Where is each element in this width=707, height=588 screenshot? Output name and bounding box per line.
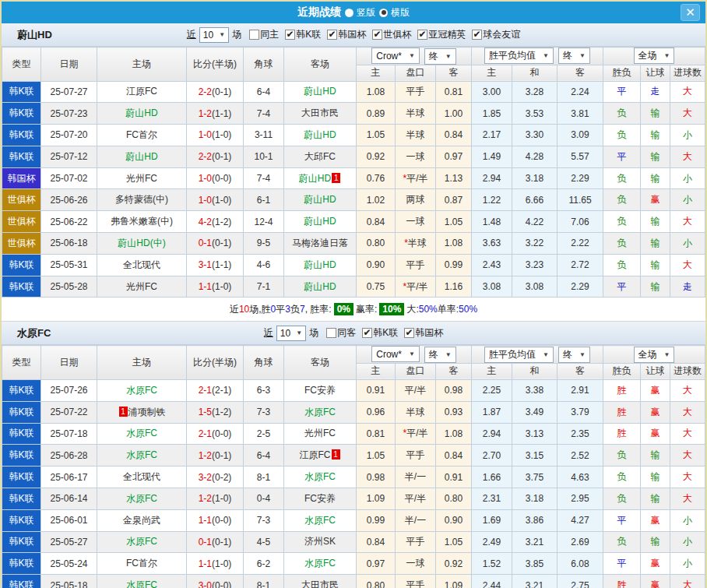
scope-select[interactable]: 全场▼ xyxy=(634,347,675,363)
date-cell: 25-06-28 xyxy=(41,445,97,467)
avg-time-select[interactable]: 终▼ xyxy=(558,48,590,64)
team-label: 水原FC xyxy=(126,536,157,547)
result-cell: 平 xyxy=(603,146,641,167)
odds-time-select[interactable]: 终▼ xyxy=(424,48,456,65)
odds-company-select[interactable]: Crow*▼ xyxy=(371,48,420,64)
avg-home-cell: 1.49 xyxy=(472,146,512,167)
handicap-result-cell: 输 xyxy=(641,125,670,146)
recent-link[interactable]: 近 xyxy=(187,28,196,41)
away-team-cell: 水原FC xyxy=(284,467,357,488)
goals-result-cell: 大 xyxy=(670,81,705,103)
dialog-title: 近期战绩 xyxy=(297,5,341,19)
avg-type-select[interactable]: 胜平负均值▼ xyxy=(484,347,554,363)
dropdown-label: 胜平负均值 xyxy=(489,348,536,361)
filter-checkbox[interactable] xyxy=(249,30,259,40)
filter-bar: 近10▼场同主✔韩K联✔韩国杯✔世俱杯✔亚冠精英✔球会友谊 xyxy=(187,27,520,43)
goals-result-cell: 大 xyxy=(670,211,705,233)
filter-checkbox[interactable]: ✔ xyxy=(327,30,337,40)
avg-type-select[interactable]: 胜平负均值▼ xyxy=(484,48,554,64)
avg-home-cell: 1.69 xyxy=(472,509,512,531)
ulsan-results-table: 类型日期主场比分(半场)角球客场Crow*▼终▼胜平负均值▼终▼全场▼主盘口客主… xyxy=(2,47,705,298)
rank-badge: 1 xyxy=(332,173,340,183)
filter-checkbox[interactable]: ✔ xyxy=(404,328,414,338)
team-label: 水原FC xyxy=(126,449,157,460)
avg-away-cell: 4.63 xyxy=(558,467,603,488)
away-odds-cell: 0.93 xyxy=(436,401,472,423)
fulltime-score: 1-2 xyxy=(199,108,212,119)
corners-cell: 4-6 xyxy=(244,254,284,276)
filter-checkbox[interactable]: ✔ xyxy=(285,30,295,40)
halftime-score: (1-2) xyxy=(212,217,231,227)
column-subheader: 主 xyxy=(357,363,396,379)
match-count-select[interactable]: 10▼ xyxy=(276,326,306,341)
home-odds-cell: 0.76 xyxy=(357,167,396,189)
match-count-select[interactable]: 10▼ xyxy=(199,27,229,43)
team-label: 水原FC xyxy=(304,515,336,526)
layout-option-horizontal[interactable]: 横版 xyxy=(379,6,410,19)
home-odds-cell: 0.96 xyxy=(357,401,396,423)
score-cell: 1-0(0-0) xyxy=(187,167,244,189)
section-suwon: 水原FC 近10▼场同客✔韩K联✔韩国杯 类型日期主场比分(半场)角球客场Cro… xyxy=(2,322,705,588)
handicap-result-cell: 赢 xyxy=(641,553,670,575)
score-cell: 1-5(1-2) xyxy=(187,401,244,423)
home-team-cell: FC首尔 xyxy=(97,125,187,146)
handicap-cell: 平/半 xyxy=(396,488,436,509)
halftime-score: (0-1) xyxy=(212,86,231,97)
handicap-cell: *半球 xyxy=(396,233,436,255)
handicap-result-cell: 输 xyxy=(641,167,670,189)
score-cell: 1-1(0-0) xyxy=(187,509,244,531)
filter-checkbox[interactable]: ✔ xyxy=(472,30,482,40)
score-cell: 2-2(0-1) xyxy=(187,146,244,167)
halftime-score: (0-1) xyxy=(212,151,231,162)
filter-checkbox[interactable]: ✔ xyxy=(417,30,427,40)
avg-draw-cell: 3.75 xyxy=(512,467,558,488)
scope-select[interactable]: 全场▼ xyxy=(634,48,675,64)
away-team-cell: 蔚山HD xyxy=(284,276,357,298)
score-cell: 1-0(1-0) xyxy=(187,189,244,211)
away-team-cell: 蔚山HD xyxy=(284,211,357,233)
close-button[interactable]: ✕ xyxy=(681,4,700,21)
team-label: 水原FC xyxy=(126,579,157,588)
goals-result-cell: 大 xyxy=(670,254,705,276)
layout-option-vertical[interactable]: 竖版 xyxy=(345,6,375,19)
result-cell: 胜 xyxy=(603,575,641,588)
column-subheader: 客 xyxy=(436,363,472,379)
recent-link[interactable]: 近 xyxy=(264,326,273,340)
avg-away-cell: 2.35 xyxy=(558,423,603,445)
fulltime-score: 1-2 xyxy=(199,493,212,504)
avg-draw-cell: 3.08 xyxy=(512,276,558,298)
home-odds-cell: 0.80 xyxy=(357,233,396,255)
column-subheader: 胜负 xyxy=(603,363,641,379)
odds-time-select[interactable]: 终▼ xyxy=(424,347,456,363)
home-team-cell: 水原FC xyxy=(97,379,187,401)
handicap-cell: 平/半 xyxy=(396,379,436,401)
away-team-cell: FC安养 xyxy=(284,488,357,509)
filter-label: 同主 xyxy=(260,28,279,41)
away-team-cell: 蔚山HD xyxy=(284,81,357,103)
handicap-label: 半球 xyxy=(406,107,425,118)
avg-time-select[interactable]: 终▼ xyxy=(558,347,590,363)
goals-result-cell: 小 xyxy=(670,509,705,531)
team-label: 蔚山HD xyxy=(304,86,336,97)
handicap-result-cell: 赢 xyxy=(641,189,670,211)
close-icon: ✕ xyxy=(685,5,695,19)
corners-cell: 9-5 xyxy=(244,233,284,255)
column-subheader: 主 xyxy=(472,363,512,379)
odds-company-select[interactable]: Crow*▼ xyxy=(371,346,420,362)
filter-checkbox[interactable] xyxy=(326,328,336,338)
avg-draw-cell: 3.38 xyxy=(512,379,558,401)
handicap-cell: 一球 xyxy=(396,211,436,233)
handicap-label: 平手 xyxy=(406,449,425,460)
avg-away-cell: 2.24 xyxy=(558,81,603,103)
filter-checkbox[interactable]: ✔ xyxy=(372,30,382,40)
filter-checkbox[interactable]: ✔ xyxy=(362,328,372,338)
away-team-cell: 马梅洛迪日落 xyxy=(284,233,357,255)
fulltime-score: 3-2 xyxy=(199,472,212,483)
away-odds-cell: 1.08 xyxy=(436,423,472,445)
league-cell: 韩K联 xyxy=(2,509,41,531)
goals-result-cell: 大 xyxy=(670,445,705,467)
match-count-value: 10 xyxy=(280,328,290,339)
avg-away-cell: 2.69 xyxy=(558,531,603,553)
handicap-result-cell: 输 xyxy=(641,233,670,255)
match-row: 韩K联25-06-14水原FC1-2(1-0)0-4FC安养1.09平/半0.8… xyxy=(2,488,705,509)
